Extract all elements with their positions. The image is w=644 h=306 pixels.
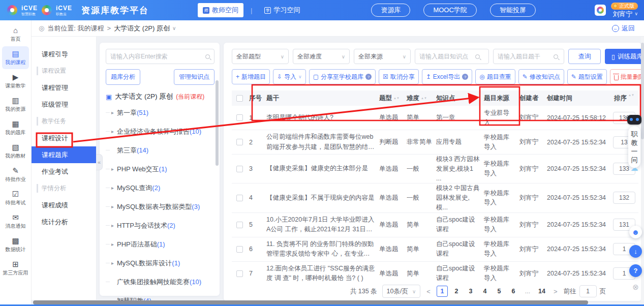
type-settings-button[interactable]: ✎ 题型设置 — [567, 69, 607, 84]
page-button[interactable]: 2 — [451, 286, 462, 297]
question-type-select[interactable]: 全部题型 ∨ — [232, 49, 289, 64]
prev-page-button[interactable]: < — [425, 288, 432, 295]
app-icon[interactable] — [595, 5, 606, 16]
col-order[interactable]: 排序▲▼ — [610, 94, 638, 103]
sidebar-nav-item[interactable]: ☑ 待批考试 — [2, 187, 29, 209]
sort-icon[interactable]: ▲▼ — [393, 97, 400, 100]
help-icon[interactable]: ? — [462, 74, 468, 80]
course-menu-item[interactable]: 统计分析 — [32, 213, 96, 230]
goto-page-input[interactable] — [579, 285, 597, 297]
sort-icon[interactable]: ▲▼ — [421, 97, 427, 100]
question-stem-link[interactable]: 12.面向全体员工进行 "SSC服务的满意度 调 查" 时，哪种时机最恰 当? … — [266, 264, 375, 284]
tree-node[interactable]: ▸ PHP语法基础 (1) — [106, 235, 214, 254]
tab-learning-space[interactable]: 学 学习空间 — [259, 3, 305, 17]
training-bank-button[interactable]: ▯ 训练题库 — [605, 49, 641, 64]
select-all-checkbox[interactable] — [236, 95, 243, 102]
expand-arrow-icon[interactable]: ▸ — [111, 110, 117, 115]
tree-node[interactable]: ▸ 第一章 (51) — [106, 103, 214, 122]
course-menu-item[interactable]: 作业考试 — [32, 163, 96, 180]
tab-teacher-space[interactable]: 师 教师空间 — [198, 3, 243, 17]
tree-node[interactable]: ▸ MySQL查询 (2) — [106, 178, 214, 197]
help-icon[interactable]: ? — [365, 74, 372, 80]
expand-arrow-icon[interactable]: ▸ — [111, 260, 117, 266]
expand-arrow-icon[interactable]: ▸ — [111, 185, 117, 191]
sidebar-collapse-handle[interactable]: « — [96, 154, 103, 170]
tree-scrollbar[interactable] — [216, 80, 219, 166]
sidebar-nav-item[interactable]: ▤ 我的课程 — [2, 46, 29, 69]
customer-service-button[interactable]: ☻ — [629, 226, 642, 238]
sidebar-nav-item[interactable]: ▶ 课堂教学 — [2, 70, 29, 93]
question-stem-link[interactable]: 公司前端组件库和函数库需要每位web前端开发参与共建，是团队智慧的结晶和... — [266, 132, 375, 152]
course-switch-caret-icon[interactable]: ∨ — [172, 25, 176, 31]
mooc-college-button[interactable]: MOOC学院 — [423, 4, 476, 17]
tree-node[interactable]: ▸ PHP Web交互 (1) — [106, 160, 214, 178]
knowledge-search-input[interactable] — [419, 53, 475, 60]
difficulty-select[interactable]: 全部难度 ∨ — [293, 49, 350, 64]
resource-library-button[interactable]: 资源库 — [371, 4, 410, 17]
next-page-button[interactable]: > — [553, 288, 559, 295]
tree-node[interactable]: 第三章 (14) — [106, 141, 214, 160]
page-button[interactable]: 1 — [437, 286, 448, 297]
course-menu-item[interactable]: 课程引导 — [32, 46, 96, 63]
sidebar-nav-item[interactable]: ▩ 数据统计 — [2, 233, 29, 256]
tree-node[interactable]: ▸ MySQL数据库设计 (1) — [106, 254, 214, 272]
page-button[interactable]: 3 — [465, 286, 476, 297]
row-checkbox[interactable] — [236, 246, 243, 253]
question-stem-link[interactable]: 李明是哪个朝代的诗人? — [266, 113, 375, 123]
tree-node[interactable]: ▸ 企业经济业务核算与报告 (10) — [106, 122, 214, 141]
share-to-school-button[interactable]: ▢ 分享至学校题库 ? — [309, 69, 376, 84]
sidebar-nav-item[interactable]: ✎ 待批作业 — [2, 163, 29, 186]
download-button[interactable]: ↓ — [629, 245, 642, 258]
order-input[interactable]: 132 — [613, 192, 635, 204]
excel-export-button[interactable]: ↥ Excel导出 ? — [422, 69, 472, 84]
expand-arrow-icon[interactable]: ▸ — [111, 166, 117, 172]
tree-node[interactable]: ▸ HTTP与会话技术 (2) — [106, 216, 214, 235]
manage-knowledge-button[interactable]: 管理知识点 — [174, 69, 214, 85]
row-checkbox[interactable] — [236, 166, 243, 172]
course-menu-item[interactable]: 课程管理 — [32, 79, 96, 96]
course-menu-item[interactable]: 课程成绩 — [32, 197, 96, 213]
question-stem-link[interactable]: 【健康史采集】不属于现病史的内容是 — [266, 193, 375, 203]
course-menu-item[interactable]: 学情分析 — [32, 180, 96, 197]
page-size-select[interactable]: 10条/页 ∨ — [382, 285, 421, 298]
assistant-label[interactable]: 职教一问 — [628, 126, 640, 168]
course-menu-item[interactable]: 课程设计 — [32, 130, 96, 146]
course-menu-item[interactable]: 课程题库 — [32, 146, 96, 163]
close-icon[interactable]: ⊗ — [632, 283, 639, 292]
row-checkbox[interactable] — [236, 222, 243, 228]
tree-root-course[interactable]: ▣ 大学语文 (2P) 原创 (当前课程) — [106, 92, 214, 101]
sidebar-nav-item[interactable]: ✉ 消息通知 — [2, 210, 29, 233]
expand-arrow-icon[interactable]: ▸ — [111, 223, 117, 228]
tree-search-input[interactable] — [110, 53, 205, 60]
import-button[interactable]: ⇩ 导入 ∨ — [273, 69, 306, 84]
page-button[interactable]: 14 — [536, 286, 547, 297]
user-menu[interactable]: 刘宵宁 ∨ — [612, 11, 638, 18]
course-menu-item[interactable]: 班级管理 — [32, 96, 96, 113]
tree-node[interactable]: 广铁集团接触网技能竞赛 (10) — [106, 272, 214, 291]
assistant-widget[interactable]: 职教一问 ☁ — [626, 115, 642, 173]
question-stem-link[interactable]: 11. 负责将不同 的业务部门特殊的假勤 管理需求反馈给专家中 心，在专业中心的… — [266, 239, 375, 259]
row-checkbox[interactable] — [236, 114, 243, 121]
sidebar-nav-item[interactable]: ▧ 我的教材 — [2, 140, 29, 163]
page-button[interactable]: 4 — [479, 286, 490, 297]
source-select[interactable]: 全部来源 ∨ — [354, 49, 411, 64]
cancel-share-button[interactable]: ☒ 取消分享 — [379, 69, 419, 84]
breadcrumb-current-course[interactable]: 大学语文 (2P) 原创 — [114, 24, 170, 33]
duplicate-check-button[interactable]: ◎ 题目查重 — [475, 69, 515, 84]
stem-search-input[interactable] — [498, 53, 554, 60]
sort-icon[interactable]: ▲▼ — [628, 94, 634, 103]
sidebar-nav-item[interactable]: ⌂ 首页 — [2, 23, 29, 46]
page-button[interactable]: 5 — [494, 286, 505, 297]
row-checkbox[interactable] — [236, 195, 243, 201]
add-question-button[interactable]: + 新增题目 — [232, 69, 270, 84]
query-button[interactable]: 查询 — [568, 49, 601, 64]
batch-delete-button[interactable]: 批量删除 — [610, 69, 641, 84]
back-button[interactable]: ← 返回 — [612, 24, 635, 33]
smart-cast-button[interactable]: 智能投屏 — [490, 4, 536, 17]
page-button[interactable]: ... — [522, 286, 533, 297]
row-checkbox[interactable] — [236, 139, 243, 145]
tree-node[interactable]: ▸ MySQL数据表与数据类型 (3) — [106, 197, 214, 216]
page-button[interactable]: 6 — [508, 286, 519, 297]
sidebar-nav-item[interactable]: ⊞ 第三方应用 — [2, 257, 29, 280]
sidebar-nav-item[interactable]: ▦ 我的题库 — [2, 116, 29, 139]
